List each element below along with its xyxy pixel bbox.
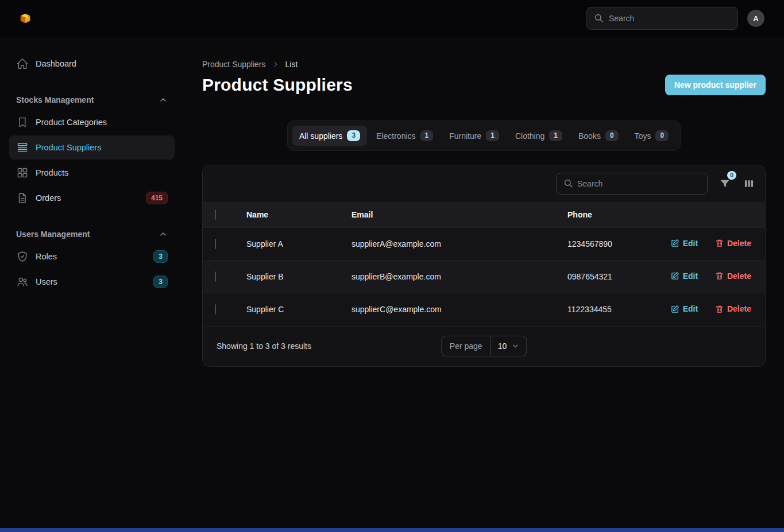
edit-action[interactable]: Edit	[671, 304, 698, 313]
tab-count-badge: 0	[605, 130, 619, 141]
sidebar-item-orders[interactable]: Orders 415	[9, 186, 175, 210]
pencil-square-icon	[671, 239, 679, 247]
edit-action[interactable]: Edit	[671, 239, 698, 248]
cell-email: supplierB@example.com	[345, 261, 561, 293]
cell-name: Supplier B	[240, 261, 345, 293]
sidebar-item-product-categories[interactable]: Product Categories	[9, 110, 175, 134]
cell-name: Supplier A	[240, 228, 345, 261]
tab-count-badge: 0	[655, 130, 669, 141]
delete-label: Delete	[727, 271, 751, 281]
new-product-supplier-button[interactable]: New product supplier	[665, 75, 766, 95]
search-icon	[563, 178, 574, 189]
sidebar-item-label: Product Suppliers	[36, 143, 101, 152]
delete-label: Delete	[727, 239, 751, 248]
tab-furniture[interactable]: Furniture 1	[442, 126, 506, 146]
sidebar-group-users-header[interactable]: Users Management	[9, 225, 175, 244]
supplier-tabs: All suppliers 3 Electronics 1 Furniture …	[287, 121, 681, 151]
suppliers-table-card: 0 Name E	[202, 165, 766, 367]
sidebar-item-products[interactable]: Products	[9, 161, 175, 185]
home-icon	[16, 57, 29, 70]
column-header-email: Email	[345, 202, 561, 228]
filter-button[interactable]: 0	[718, 177, 732, 191]
row-checkbox[interactable]	[215, 271, 216, 282]
sidebar-item-product-suppliers[interactable]: Product Suppliers	[9, 135, 175, 160]
tab-label: All suppliers	[299, 131, 342, 141]
chevron-up-icon	[159, 95, 168, 104]
tab-count-badge: 1	[486, 130, 499, 141]
document-icon	[16, 192, 29, 204]
table-row[interactable]: Supplier C supplierC@example.com 1122334…	[203, 293, 765, 326]
tab-label: Furniture	[449, 131, 481, 141]
sidebar-item-label: Orders	[36, 193, 61, 203]
column-header-name: Name	[240, 202, 345, 228]
table-search-input[interactable]	[556, 173, 708, 195]
sidebar-item-label: Users	[36, 277, 57, 286]
delete-action[interactable]: Delete	[715, 271, 751, 281]
breadcrumb-link[interactable]: Product Suppliers	[202, 60, 266, 69]
results-summary: Showing 1 to 3 of 3 results	[217, 341, 311, 351]
row-checkbox[interactable]	[215, 239, 216, 249]
per-page-control: Per page 10	[441, 336, 527, 356]
row-checkbox[interactable]	[215, 304, 216, 314]
tabs-wrap: All suppliers 3 Electronics 1 Furniture …	[202, 121, 766, 151]
global-search	[586, 7, 738, 30]
delete-label: Delete	[727, 304, 751, 313]
pencil-square-icon	[671, 271, 679, 280]
sidebar-group-stocks-header[interactable]: Stocks Management	[9, 91, 175, 110]
tab-toys[interactable]: Toys 0	[628, 126, 675, 146]
sidebar-item-users[interactable]: Users 3	[9, 270, 175, 294]
tab-electronics[interactable]: Electronics 1	[369, 126, 440, 146]
table-row[interactable]: Supplier A supplierA@example.com 1234567…	[203, 228, 765, 261]
sidebar-item-label: Product Categories	[36, 118, 107, 127]
toggle-columns-button[interactable]	[742, 177, 756, 191]
tab-all-suppliers[interactable]: All suppliers 3	[292, 126, 367, 146]
sidebar-group-label: Stocks Management	[16, 95, 94, 104]
tab-books[interactable]: Books 0	[571, 126, 625, 146]
table-row[interactable]: Supplier B supplierB@example.com 0987654…	[203, 261, 765, 293]
tab-count-badge: 3	[347, 130, 360, 141]
sidebar-item-dashboard[interactable]: Dashboard	[9, 52, 175, 76]
edit-action[interactable]: Edit	[671, 271, 698, 281]
cell-name: Supplier C	[240, 293, 345, 326]
pencil-square-icon	[671, 305, 679, 313]
tab-clothing[interactable]: Clothing 1	[508, 126, 569, 146]
trash-icon	[715, 305, 724, 313]
per-page-label: Per page	[442, 336, 491, 356]
bottom-strip	[0, 528, 784, 532]
sidebar-item-label: Dashboard	[36, 59, 76, 68]
trash-icon	[715, 239, 724, 247]
tab-count-badge: 1	[549, 130, 562, 141]
sidebar: Dashboard Stocks Management Product Cate…	[0, 37, 184, 528]
cell-phone: 1122334455	[561, 293, 627, 326]
search-icon	[593, 13, 604, 24]
global-search-input[interactable]	[586, 7, 738, 30]
chevron-right-icon	[272, 60, 280, 68]
select-all-checkbox[interactable]	[215, 209, 216, 220]
funnel-icon	[719, 178, 731, 189]
chevron-up-icon	[159, 230, 168, 239]
sidebar-item-roles[interactable]: Roles 3	[9, 244, 175, 269]
squares-icon	[16, 166, 29, 179]
trash-icon	[715, 271, 724, 280]
user-avatar[interactable]: A	[747, 10, 764, 27]
column-header-phone: Phone	[561, 202, 627, 228]
edit-label: Edit	[683, 271, 698, 281]
app-logo[interactable]	[19, 12, 32, 25]
edit-label: Edit	[683, 239, 698, 248]
roles-count-badge: 3	[153, 250, 168, 263]
delete-action[interactable]: Delete	[715, 304, 751, 313]
topbar: A	[0, 0, 784, 37]
per-page-value: 10	[498, 341, 507, 351]
sidebar-group-label: Users Management	[16, 230, 90, 239]
tab-label: Clothing	[515, 131, 544, 141]
queue-list-icon	[16, 141, 29, 154]
main-content: Product Suppliers List Product Suppliers…	[184, 37, 784, 528]
delete-action[interactable]: Delete	[715, 239, 751, 248]
per-page-select[interactable]: 10	[491, 336, 527, 356]
users-icon	[16, 275, 29, 288]
columns-icon	[743, 178, 755, 189]
shield-check-icon	[16, 250, 29, 263]
bookmark-icon	[16, 116, 29, 129]
table-header-row: Name Email Phone	[203, 202, 765, 228]
tab-label: Electronics	[376, 131, 415, 141]
